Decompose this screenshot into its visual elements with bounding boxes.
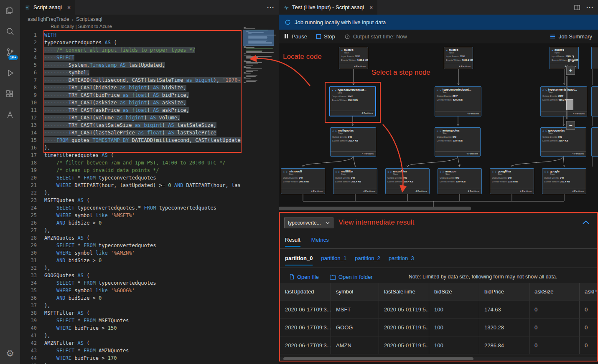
code-line-20[interactable]: 20 SELECT * FROM typeconvertedquotes xyxy=(20,174,279,182)
extensions-icon[interactable] xyxy=(0,83,20,104)
diagram-node-amznfilter[interactable]: < >amznfilterStepOutput Events: 949Event… xyxy=(385,168,430,194)
breadcrumb-file[interactable]: Script.asaql xyxy=(76,16,102,22)
explorer-icon[interactable] xyxy=(0,0,20,21)
code-line-40[interactable]: 40 WHERE bidPrice > 150 xyxy=(20,324,279,332)
result-tab-metrics[interactable]: Metrics xyxy=(311,237,329,247)
azure-icon[interactable] xyxy=(0,104,20,125)
table-row-0[interactable]: 2020-06-17T09:3...MSFT2020-05-01T19:5...… xyxy=(280,301,597,318)
close-icon[interactable]: × xyxy=(369,4,373,11)
diagram-node-clipped[interactable] xyxy=(591,47,598,69)
code-editor[interactable]: Run locally | Submit to Azure 1WITH2type… xyxy=(20,24,279,364)
code-line-14[interactable]: 14········TRY_CAST(lastSalePrice as floa… xyxy=(20,129,279,136)
column-header-lastUpdated[interactable]: lastUpdated xyxy=(280,283,331,300)
step-select-dropdown[interactable]: typeconverte... xyxy=(284,217,333,228)
partition-tab-partition_1[interactable]: partition_1 xyxy=(321,255,346,265)
collapse-panel-button[interactable] xyxy=(583,218,589,226)
code-line-13[interactable]: 13········TRY_CAST(lastSaleSize as bigin… xyxy=(20,121,279,129)
code-line-36[interactable]: 36 AND bidSize > 0 xyxy=(20,294,279,302)
code-line-10[interactable]: 10········TRY_CAST(askSize as bigint) AS… xyxy=(20,99,279,106)
code-line-33[interactable]: 33GOOGQuotes AS ( xyxy=(20,272,279,279)
source-control-icon[interactable]: 1K+ xyxy=(0,42,20,63)
close-icon[interactable]: × xyxy=(67,4,71,11)
partition-tab-partition_0[interactable]: partition_0 xyxy=(285,255,313,265)
diagram-node-typeconverted-1[interactable]: < >typeconvertedquot...StepOutput Events… xyxy=(329,86,376,116)
open-in-folder-link[interactable]: Open in folder xyxy=(330,274,373,280)
diagram-horizontal-scrollbar[interactable] xyxy=(279,207,598,210)
column-header-bidPrice[interactable]: bidPrice xyxy=(479,283,529,300)
diagram-node-clipped[interactable] xyxy=(591,86,598,116)
code-line-16[interactable]: 16), xyxy=(20,144,279,152)
tab-script-asaql[interactable]: Script.asaql × xyxy=(20,0,75,15)
code-line-6[interactable]: 6········symbol, xyxy=(20,69,279,76)
job-summary-button[interactable]: Job Summary xyxy=(550,33,592,40)
code-line-23[interactable]: 23MSFTQuotes AS ( xyxy=(20,197,279,204)
more-actions-icon[interactable]: ··· xyxy=(586,4,594,11)
code-line-2[interactable]: 2typeconvertedquotes AS ( xyxy=(20,39,279,46)
diagram-node-typeconverted-3[interactable]: < >typeconvertedquot...StepOutput Events… xyxy=(540,86,587,116)
settings-gear-icon[interactable]: ⚙ xyxy=(0,343,20,364)
code-line-24[interactable]: 24 SELECT typeconvertedquotes.* FROM typ… xyxy=(20,204,279,212)
column-header-symbol[interactable]: symbol xyxy=(331,283,379,300)
code-line-29[interactable]: 29 SELECT * FROM typeconvertedquotes xyxy=(20,242,279,249)
diagram-node-clipped[interactable] xyxy=(591,127,598,157)
job-diagram[interactable]: ⇥quotesInputInput Events: 3705Events Wri… xyxy=(279,43,598,212)
code-line-4[interactable]: 4····SELECT xyxy=(20,54,279,61)
code-line-5[interactable]: 5········System.Timestamp AS lastUpdated… xyxy=(20,61,279,69)
code-line-26[interactable]: 26 AND bidSize > 0 xyxy=(20,219,279,227)
code-line-31[interactable]: 31 AND bidSize > 0 xyxy=(20,257,279,264)
code-line-21[interactable]: 21 WHERE DATEPART(hour, lastUpdated) >= … xyxy=(20,182,279,189)
code-line-38[interactable]: 38MSFTFilter AS ( xyxy=(20,309,279,317)
zoom-out-button[interactable]: − xyxy=(566,121,575,130)
diagram-node-amazon[interactable]: < >amazonStepOutput Events: 949Events Wr… xyxy=(438,168,482,194)
run-debug-icon[interactable] xyxy=(0,63,20,83)
minimap[interactable] xyxy=(244,27,274,119)
breadcrumb[interactable]: asaHighFreqTrade › Script.asaql xyxy=(20,15,279,24)
code-line-18[interactable]: 18 /* filter between 7am and 1pm PST, 14… xyxy=(20,159,279,167)
submit-to-azure-link[interactable]: Submit to Azure xyxy=(78,24,112,29)
scrollbar-thumb[interactable] xyxy=(279,207,471,210)
diagram-node-googfilter[interactable]: < >googfilterStepOutput Events: 949Event… xyxy=(490,168,534,194)
code-line-1[interactable]: 1WITH xyxy=(20,31,279,39)
code-line-25[interactable]: 25 WHERE symbol like '%MSFT%' xyxy=(20,212,279,219)
code-line-27[interactable]: 27), xyxy=(20,227,279,234)
breadcrumb-folder[interactable]: asaHighFreqTrade xyxy=(28,16,69,22)
column-header-askPrice[interactable]: askPrice xyxy=(580,283,597,300)
code-line-41[interactable]: 41), xyxy=(20,332,279,339)
zoom-in-button[interactable]: + xyxy=(566,66,575,75)
column-header-askSize[interactable]: askSize xyxy=(529,283,580,300)
code-line-15[interactable]: 15····FROM quotes TIMESTAMP BY DATEADD(m… xyxy=(20,136,279,144)
code-line-45[interactable]: 45) xyxy=(20,362,279,364)
stop-button[interactable]: Stop xyxy=(316,33,335,40)
column-header-bidSize[interactable]: bidSize xyxy=(429,283,479,300)
results-horizontal-scrollbar[interactable] xyxy=(280,357,597,361)
code-line-12[interactable]: 12········TRY_CAST(volume as bigint) AS … xyxy=(20,114,279,121)
search-icon[interactable] xyxy=(0,21,20,42)
diagram-node-msftquotes[interactable]: < >msftquotesStepOutput Events: 949Event… xyxy=(330,127,376,157)
table-row-2[interactable]: 2020-06-17T09:3...AMZN2020-05-01T19:5...… xyxy=(280,336,597,354)
diagram-node-googquotes[interactable]: < >googquotesStepOutput Events: 949Event… xyxy=(540,127,586,157)
split-editor-icon[interactable] xyxy=(574,4,580,11)
code-line-28[interactable]: 28AMZNQuotes AS ( xyxy=(20,234,279,242)
partition-tab-partition_2[interactable]: partition_2 xyxy=(355,255,380,265)
code-line-37[interactable]: 37), xyxy=(20,302,279,309)
code-line-39[interactable]: 39 SELECT * FROM MSFTQuotes xyxy=(20,317,279,324)
table-row-1[interactable]: 2020-06-17T09:3...GOOG2020-05-01T19:5...… xyxy=(280,318,597,336)
code-line-9[interactable]: 9········TRY_CAST(bidPrice as float) AS … xyxy=(20,91,279,99)
run-locally-link[interactable]: Run locally xyxy=(51,24,74,29)
fit-to-screen-button[interactable] xyxy=(566,54,575,63)
code-line-32[interactable]: 32), xyxy=(20,264,279,272)
code-line-43[interactable]: 43 SELECT * FROM AMZNQuotes xyxy=(20,347,279,354)
pause-button[interactable]: Pause xyxy=(285,33,307,40)
diagram-node-amznquotes[interactable]: < >amznquotesStepOutput Events: 949Event… xyxy=(435,127,481,157)
zoom-slider-track[interactable] xyxy=(566,76,567,119)
result-tab-result[interactable]: Result xyxy=(285,237,300,247)
code-line-11[interactable]: 11········TRY_CAST(askPrice as float) AS… xyxy=(20,106,279,114)
code-line-22[interactable]: 22), xyxy=(20,189,279,197)
diagram-node-microsoft[interactable]: < >microsoftStepOutput Events: 949Events… xyxy=(281,168,325,194)
diagram-node-typeconverted-2[interactable]: < >typeconvertedquot...StepOutput Events… xyxy=(435,86,481,116)
diagram-node-msftfilter[interactable]: < >msftfilterStepOutput Events: 949Event… xyxy=(333,168,377,194)
diagram-node-quotes-2[interactable]: ⇥quotesInputInput Events: 3705Events Wri… xyxy=(444,47,473,69)
code-line-34[interactable]: 34 SELECT * FROM typeconvertedquotes xyxy=(20,279,279,287)
code-line-30[interactable]: 30 WHERE symbol like '%AMZN%' xyxy=(20,249,279,257)
code-line-42[interactable]: 42AMZNFilter AS ( xyxy=(20,339,279,347)
